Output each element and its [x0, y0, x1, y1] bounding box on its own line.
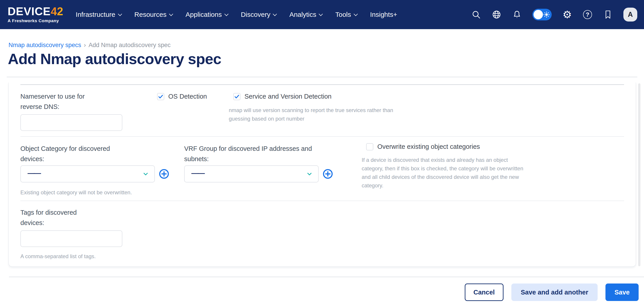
os-detection-checkbox-row[interactable]: OS Detection — [157, 93, 207, 100]
vrf-group-label: VRF Group for discovered IP addresses an… — [184, 145, 312, 162]
menu-resources[interactable]: Resources — [134, 11, 172, 18]
breadcrumb-separator: › — [84, 42, 86, 49]
device42-logo[interactable]: DEVICE42 A Freshworks Company — [8, 6, 63, 23]
search-icon[interactable] — [471, 10, 481, 20]
service-detection-checkbox-row[interactable]: Service and Version Detection — [233, 93, 401, 100]
logo-accent: 42 — [51, 6, 63, 17]
add-object-category-button[interactable] — [159, 169, 169, 179]
overwrite-checkbox[interactable] — [366, 143, 373, 150]
save-button[interactable]: Save — [606, 284, 638, 301]
nameserver-label: Nameserver to use for reverse DNS: — [20, 93, 85, 110]
nameserver-input[interactable] — [20, 114, 122, 131]
save-and-add-another-button[interactable]: Save and add another — [511, 284, 598, 301]
top-navbar: DEVICE42 A Freshworks Company Infrastruc… — [0, 0, 644, 29]
user-avatar[interactable]: A — [624, 8, 637, 22]
form-row-category-vrf: Object Category for discovered devices: … — [9, 137, 636, 200]
chevron-down-icon — [306, 170, 313, 177]
add-vrf-group-button[interactable] — [323, 169, 333, 179]
breadcrumb-parent-link[interactable]: Nmap autodiscovery specs — [8, 42, 81, 49]
footer-divider — [9, 276, 644, 277]
menu-infrastructure[interactable]: Infrastructure — [76, 11, 122, 18]
vrf-group-selected-value: —— — [191, 170, 204, 176]
overwrite-checkbox-row[interactable]: Overwrite existing object categories — [366, 143, 531, 150]
page-title: Add Nmap autodiscovery spec — [8, 50, 221, 68]
topbar-icons: ⚙ A — [471, 8, 637, 22]
footer-actions: Cancel Save and add another Save — [465, 284, 638, 301]
main-menu: Infrastructure Resources Applications Di… — [76, 11, 397, 18]
menu-applications[interactable]: Applications — [186, 11, 228, 18]
chevron-down-icon — [142, 170, 149, 177]
tags-label: Tags for discovered devices: — [20, 209, 77, 226]
scrollbar[interactable] — [638, 83, 640, 266]
logo-tagline: A Freshworks Company — [8, 18, 63, 23]
form-card: Nameserver to use for reverse DNS: OS De… — [8, 82, 636, 267]
theme-toggle[interactable] — [532, 9, 552, 20]
os-detection-label: OS Detection — [168, 93, 207, 100]
sun-icon — [543, 11, 550, 19]
menu-discovery[interactable]: Discovery — [241, 11, 276, 18]
form-row-tags: Tags for discovered devices: A comma-sep… — [9, 201, 636, 266]
vrf-group-select[interactable]: —— — [184, 166, 319, 182]
form-row-nameserver: Nameserver to use for reverse DNS: OS De… — [9, 85, 636, 136]
service-detection-help: nmap will use version scanning to report… — [229, 106, 401, 123]
logo-word: DEVICE — [8, 6, 51, 17]
globe-icon[interactable] — [492, 10, 502, 20]
cancel-button[interactable]: Cancel — [465, 284, 504, 301]
tags-help: A comma-separated list of tags. — [20, 252, 164, 261]
toggle-knob-icon — [534, 10, 543, 19]
breadcrumb: Nmap autodiscovery specs › Add Nmap auto… — [8, 42, 170, 49]
menu-analytics[interactable]: Analytics — [289, 11, 322, 18]
overwrite-label: Overwrite existing object categories — [377, 143, 480, 150]
bookmark-icon[interactable] — [603, 10, 613, 20]
notifications-bell-icon[interactable] — [512, 10, 522, 20]
title-divider — [7, 77, 637, 77]
help-icon[interactable] — [582, 10, 592, 20]
overwrite-help: If a device is discovered that exists an… — [362, 156, 531, 190]
breadcrumb-current: Add Nmap autodiscovery spec — [88, 42, 170, 49]
os-detection-checkbox[interactable] — [157, 93, 164, 100]
settings-gear-icon[interactable]: ⚙ — [562, 10, 572, 20]
tags-input[interactable] — [20, 230, 122, 247]
object-category-help: Existing object category will not be ove… — [20, 188, 164, 197]
menu-insights[interactable]: Insights+ — [370, 11, 397, 18]
object-category-selected-value: —— — [28, 170, 40, 176]
object-category-label: Object Category for discovered devices: — [20, 145, 110, 162]
avatar-letter: A — [628, 10, 633, 18]
service-detection-checkbox[interactable] — [233, 93, 240, 100]
object-category-select[interactable]: —— — [20, 166, 155, 182]
service-detection-label: Service and Version Detection — [244, 93, 332, 100]
menu-tools[interactable]: Tools — [335, 11, 357, 18]
